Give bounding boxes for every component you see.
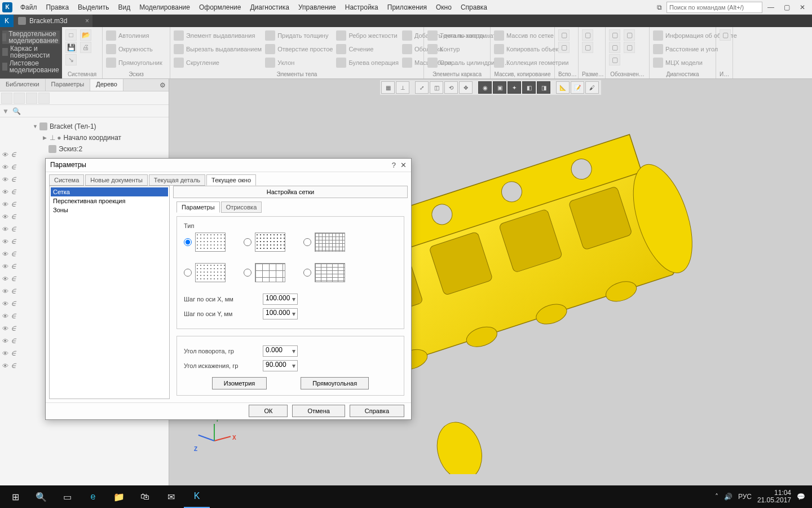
new-icon[interactable]: □ <box>65 29 77 41</box>
extrude-button[interactable]: Элемент выдавливания <box>174 29 262 42</box>
dialog-category-list[interactable]: Сетка Перспективная проекция Зоны <box>49 186 170 399</box>
eye-icon[interactable]: 👁 <box>2 362 8 369</box>
gear-icon[interactable]: ⚙ <box>156 79 169 91</box>
list-item-zones[interactable]: Зоны <box>51 205 168 214</box>
chevron-down-icon[interactable]: ▾ <box>292 295 295 303</box>
grid-type-radio-5[interactable] <box>244 269 251 277</box>
grid-type-radio-1[interactable] <box>184 238 192 246</box>
circle-button[interactable]: Окружность <box>106 43 162 55</box>
menu-window[interactable]: Окно <box>431 2 456 13</box>
tab-tree[interactable]: Дерево <box>90 79 123 91</box>
rectangle-button[interactable]: Прямоугольник <box>106 56 162 69</box>
chevron-down-icon[interactable]: ▾ <box>292 347 295 355</box>
document-tab[interactable]: Bracket.m3d × <box>14 15 92 27</box>
help-icon[interactable]: ? <box>392 161 396 169</box>
eye-icon[interactable]: 👁 <box>2 213 8 220</box>
measure-icon[interactable]: 📐 <box>556 81 570 94</box>
rectangular-button[interactable]: Прямоугольная <box>301 377 369 389</box>
menu-settings[interactable]: Настройка <box>341 2 383 13</box>
arrow-icon[interactable]: ↘ <box>65 54 77 65</box>
menu-manage[interactable]: Управление <box>294 2 341 13</box>
tree-tool-icon[interactable] <box>26 93 37 104</box>
chevron-down-icon[interactable]: ▾ <box>292 310 295 318</box>
render-section-icon[interactable]: ◧ <box>522 81 536 94</box>
explorer-icon[interactable]: 📁 <box>106 485 132 508</box>
tree-tool-icon[interactable] <box>14 93 25 104</box>
section-button[interactable]: Сечение <box>336 43 399 55</box>
render-hidden-icon[interactable]: ✦ <box>508 81 521 94</box>
language-indicator[interactable]: РУС <box>738 493 752 501</box>
annot-icon[interactable]: ▢ <box>609 29 620 41</box>
cancel-button[interactable]: Отмена <box>292 405 345 417</box>
menu-view[interactable]: Вид <box>113 2 135 13</box>
annot-icon[interactable]: ▢ <box>624 29 635 41</box>
step-y-input[interactable]: 100.000▾ <box>263 308 298 319</box>
tree-tool-icon[interactable] <box>38 93 50 104</box>
volume-icon[interactable]: 🔊 <box>724 493 732 501</box>
open-icon[interactable]: 📂 <box>80 29 91 41</box>
tree-sketch-label[interactable]: Эскиз:2 <box>59 145 82 153</box>
dim-icon[interactable]: ▢ <box>582 42 593 53</box>
notes-icon[interactable]: 📝 <box>571 81 584 94</box>
thicken-button[interactable]: Придать толщину <box>265 29 333 42</box>
aux-icon[interactable]: ▢ <box>558 29 570 41</box>
paint-icon[interactable]: 🖌 <box>585 81 599 94</box>
minimize-button[interactable]: — <box>764 2 778 13</box>
grid-type-radio-3[interactable] <box>303 238 311 246</box>
search-icon[interactable]: 🔍 <box>28 485 54 508</box>
mode-solid[interactable]: Твердотельное моделирование <box>2 30 60 44</box>
rib-button[interactable]: Ребро жесткости <box>336 29 399 42</box>
fillet-button[interactable]: Скругление <box>174 56 262 69</box>
command-search-input[interactable] <box>667 2 762 13</box>
tree-root-label[interactable]: Bracket (Тел-1) <box>50 122 96 130</box>
rotation-angle-input[interactable]: 0.000▾ <box>263 345 298 357</box>
eye-icon[interactable]: 👁 <box>2 338 8 344</box>
more-icon[interactable]: ▢ <box>720 29 731 41</box>
close-button[interactable]: ✕ <box>795 2 810 13</box>
edge-icon[interactable]: e <box>80 485 106 508</box>
isometry-button[interactable]: Изометрия <box>212 377 267 389</box>
filter-icon[interactable]: ▼ <box>2 107 9 115</box>
aux-icon[interactable]: ▢ <box>558 42 570 53</box>
search-icon[interactable]: 🔍 <box>12 107 21 115</box>
tab-new-documents[interactable]: Новые документы <box>85 174 148 186</box>
skew-angle-input[interactable]: 90.000▾ <box>263 360 298 371</box>
mail-icon[interactable]: ✉ <box>158 485 184 508</box>
render-wireframe-icon[interactable]: ▣ <box>493 81 506 94</box>
axis-icon[interactable]: ⊥ <box>396 81 409 94</box>
eye-icon[interactable]: 👁 <box>2 189 8 195</box>
ok-button[interactable]: OК <box>249 405 288 417</box>
print-icon[interactable]: 🖨 <box>80 42 91 53</box>
annot-icon[interactable]: ▢ <box>624 42 635 53</box>
eye-icon[interactable]: 👁 <box>2 313 8 319</box>
help-button[interactable]: Справка <box>350 405 404 417</box>
eye-icon[interactable]: 👁 <box>2 350 8 357</box>
render-extra-icon[interactable]: ◨ <box>537 81 550 94</box>
store-icon[interactable]: 🛍 <box>132 485 158 508</box>
eye-icon[interactable]: 👁 <box>2 201 8 208</box>
menu-formatting[interactable]: Оформление <box>195 2 245 13</box>
list-item-grid[interactable]: Сетка <box>51 187 168 196</box>
tab-current-part[interactable]: Текущая деталь <box>149 174 205 186</box>
eye-icon[interactable]: 👁 <box>2 275 8 282</box>
app-menu-button[interactable]: K <box>0 15 14 27</box>
menu-diagnostics[interactable]: Диагностика <box>245 2 294 13</box>
expand-arrow-icon[interactable]: ▶ <box>43 135 50 141</box>
zoom-fit-icon[interactable]: ⤢ <box>415 81 429 94</box>
tab-parameters[interactable]: Параметры <box>46 79 91 91</box>
taskbar-clock[interactable]: 11:04 21.05.2017 <box>757 489 791 504</box>
grid-type-radio-4[interactable] <box>184 269 192 277</box>
dialog-titlebar[interactable]: Параметры ? ✕ <box>46 159 411 172</box>
grid-type-radio-2[interactable] <box>244 238 251 246</box>
grid-type-radio-6[interactable] <box>303 269 311 277</box>
menu-file[interactable]: Файл <box>16 2 42 13</box>
draft-button[interactable]: Уклон <box>265 56 333 69</box>
chevron-down-icon[interactable]: ▾ <box>292 362 295 370</box>
eye-icon[interactable]: 👁 <box>2 226 8 233</box>
kompas-taskbar-icon[interactable]: K <box>184 485 210 508</box>
annot-icon[interactable]: ▢ <box>609 54 620 65</box>
eye-icon[interactable]: 👁 <box>2 238 8 245</box>
tree-tool-icon[interactable] <box>1 93 12 104</box>
eye-icon[interactable]: 👁 <box>2 151 8 158</box>
close-icon[interactable]: ✕ <box>400 161 407 169</box>
